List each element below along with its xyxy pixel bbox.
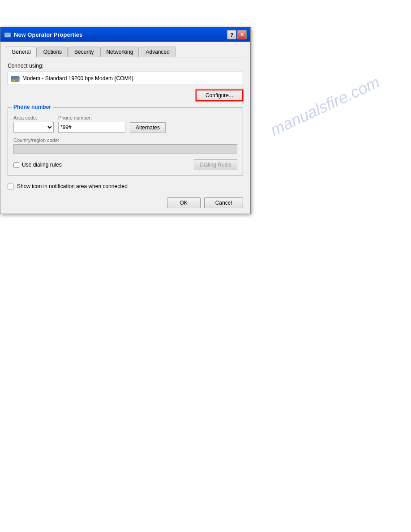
svg-rect-4 <box>12 77 18 79</box>
title-bar-controls: ? ✕ <box>227 30 247 39</box>
show-icon-label: Show icon in notification area when conn… <box>17 183 128 189</box>
show-icon-checkbox[interactable] <box>8 184 13 189</box>
ok-button[interactable]: OK <box>167 197 201 208</box>
area-code-label: Area code: <box>13 115 54 120</box>
notification-row: Show icon in notification area when conn… <box>8 183 243 189</box>
dialog-window: New Operator Properties ? ✕ General Opti… <box>0 27 251 214</box>
phone-number-group: Phone number Area code: P <box>8 107 243 176</box>
modem-row: Modem - Standard 19200 bps Modem (COM4) <box>8 72 243 85</box>
country-region-input[interactable] <box>13 144 237 154</box>
tab-content-general: Connect using: Modem - Standard 19200 bp… <box>6 63 245 208</box>
dialing-rules-button[interactable]: Dialing Rules <box>194 159 237 170</box>
use-dialing-rules-checkbox[interactable] <box>13 162 19 168</box>
tab-options[interactable]: Options <box>38 47 68 57</box>
configure-button[interactable]: Configure... <box>196 90 243 101</box>
phone-number-field-group: Phone number: <box>58 115 125 133</box>
watermark: manualsfire.com <box>267 73 382 140</box>
help-button[interactable]: ? <box>227 30 236 39</box>
phone-number-label: Phone number: <box>58 115 125 120</box>
modem-text: Modem - Standard 19200 bps Modem (COM4) <box>22 75 133 82</box>
dialog-body: General Options Security Networking Adva… <box>0 42 250 214</box>
cancel-button[interactable]: Cancel <box>204 197 243 208</box>
country-region-label: Country/region code: <box>13 137 237 143</box>
configure-row: Configure... <box>8 90 243 101</box>
tab-networking[interactable]: Networking <box>100 47 139 57</box>
phone-number-input[interactable] <box>58 122 125 133</box>
use-dialing-rules-label[interactable]: Use dialing rules <box>13 162 62 168</box>
title-bar: New Operator Properties ? ✕ <box>0 28 250 42</box>
phone-number-legend: Phone number <box>12 104 53 110</box>
svg-rect-1 <box>5 34 10 34</box>
svg-point-6 <box>14 80 15 81</box>
tab-bar: General Options Security Networking Adva… <box>6 46 245 57</box>
tab-advanced[interactable]: Advanced <box>140 47 175 57</box>
bottom-buttons: OK Cancel <box>8 196 243 208</box>
dialog-icon <box>4 31 11 39</box>
area-code-group: Area code: <box>13 115 54 133</box>
phone-fields-row: Area code: Phone number: <box>13 115 237 133</box>
alternates-button[interactable]: Alternates <box>130 122 166 133</box>
dialog-title: New Operator Properties <box>14 31 82 38</box>
area-code-dropdown[interactable] <box>13 122 54 133</box>
connect-using-label: Connect using: <box>8 63 243 69</box>
dialing-rules-row: Use dialing rules Dialing Rules <box>13 159 237 170</box>
tab-general[interactable]: General <box>6 47 37 57</box>
tab-security[interactable]: Security <box>68 47 99 57</box>
svg-rect-2 <box>5 35 8 35</box>
country-row: Country/region code: <box>13 137 237 154</box>
title-bar-left: New Operator Properties <box>4 31 82 39</box>
use-dialing-rules-text: Use dialing rules <box>22 162 62 168</box>
close-button[interactable]: ✕ <box>237 30 247 39</box>
svg-point-5 <box>13 80 13 81</box>
modem-icon <box>11 74 20 83</box>
